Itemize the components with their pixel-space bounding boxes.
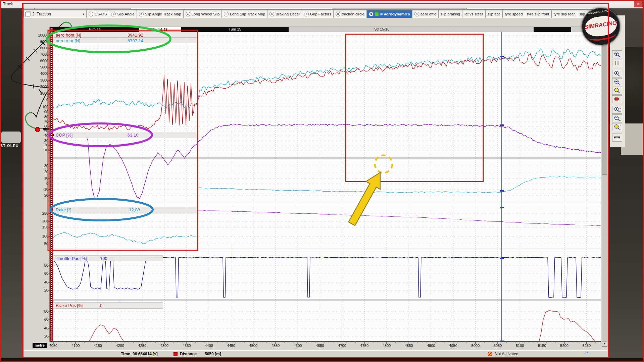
channel-name: Throttle Pos [%] [56, 256, 87, 261]
x-tick-label: 4550 [268, 344, 283, 348]
close-icon[interactable]: × [634, 1, 643, 7]
tab-traction-circle[interactable]: 8traction circle [334, 10, 367, 18]
distance-marker-icon [174, 352, 178, 356]
channel-name: Rake [°] [56, 207, 71, 212]
vertical-scrollbar[interactable]: ▲ ▼ [602, 24, 607, 347]
x-tick-label: 5250 [579, 344, 594, 348]
y-tick-mid: -20 [32, 193, 48, 197]
zoom-cursor-region-icon[interactable] [612, 95, 622, 103]
tab-lat-vs-steer[interactable]: lat vs steer [462, 10, 486, 18]
tab-label: traction circle [342, 12, 364, 16]
tab-tyre-speed[interactable]: tyre speed [503, 10, 525, 18]
tab-label: Grip Factors [310, 12, 331, 16]
legend-cop[interactable]: COP [%] 63,10 [50, 132, 197, 138]
zoom-window-icon[interactable] [612, 50, 622, 58]
measure-icon[interactable] [612, 59, 622, 67]
tab-slip-acc[interactable]: slip acc [486, 10, 503, 18]
scale-ruler-icon[interactable] [612, 134, 622, 142]
tab-aero-effic[interactable]: 0aero effic [412, 10, 439, 18]
y-tick-mid: 30 [32, 164, 48, 168]
y-tick-cop: 40 [32, 134, 48, 138]
tab-color-swatch [375, 12, 379, 16]
x-tick-label: 4300 [157, 344, 172, 348]
y-tick-aero: 10000 [32, 33, 48, 37]
y-tick-aero: 6000 [32, 59, 48, 63]
legend-throttle[interactable]: Throttle Pos [%] 100 [50, 255, 163, 261]
tab-label: slip braking [441, 12, 460, 16]
x-tick-label: 4950 [446, 344, 461, 348]
tab-graph-icon: ≋ [380, 12, 383, 16]
channel-value: -12,88 [128, 207, 140, 212]
tab-number: 7 [304, 12, 309, 16]
track-section-bar[interactable]: Turn 14Str 14-15Turn 15Str 15-16 [50, 27, 601, 32]
track-section-turn-14[interactable]: Turn 14 [50, 27, 139, 32]
zoom-out-horizontal-icon[interactable] [612, 78, 622, 86]
tab-long-slip-track-map[interactable]: 5Long Slip Track Map [222, 10, 267, 18]
x-axis-unit: metre [33, 343, 47, 348]
x-tick-label: 4900 [423, 344, 439, 348]
zoom-in-horizontal-icon[interactable] [612, 70, 622, 78]
y-tick-cop: 10 [32, 148, 48, 152]
track-section[interactable] [534, 27, 571, 32]
x-tick-label: 4100 [68, 344, 83, 348]
legend-aero-front[interactable]: aero front [N] 3941,92 [50, 32, 197, 38]
tab-label: slip acc [488, 12, 500, 16]
y-tick-cop: 20 [32, 143, 48, 147]
y-tick-rake: 100 [32, 234, 48, 238]
zoom-in-vertical-icon[interactable] [612, 106, 622, 114]
distance-value: 5059 [m] [205, 352, 221, 356]
tab-label: Braking Decel [276, 12, 300, 16]
track-map-window[interactable]: Track × Sebring [0, 0, 137, 147]
track-section-turn-15[interactable]: Turn 15 [181, 27, 289, 32]
y-tick-cop: 70 [32, 119, 48, 123]
x-tick-label: 4600 [290, 344, 305, 348]
y-tick-aero: 5000 [32, 65, 48, 69]
tab-label: tyre slip front [527, 12, 549, 16]
section-tick [115, 123, 118, 127]
tab-aerodynamics[interactable]: 9≋aerodynamics [367, 10, 412, 18]
y-tick-aero: 4000 [32, 71, 48, 75]
zoom-full-horizontal-icon[interactable] [612, 87, 622, 95]
x-tick-label: 4700 [335, 344, 350, 348]
legend-aero-rear[interactable]: aero rear [N] 6797,14 [50, 38, 197, 43]
track-section-str-15-16[interactable]: Str 15-16 [289, 27, 534, 32]
y-tick-cop: 50 [32, 129, 48, 133]
legend-rake[interactable]: Rake [°] -12,88 [50, 207, 197, 213]
x-tick-label: 4050 [46, 344, 61, 348]
x-tick-label: 4850 [401, 344, 416, 348]
zoom-out-vertical-icon[interactable] [612, 114, 622, 122]
tab-tyre-slip-rear[interactable]: tyre slip rear [552, 10, 577, 18]
tab-slip-braking[interactable]: slip braking [439, 10, 462, 18]
x-tick-label: 4150 [90, 344, 105, 348]
x-tick-label: 4350 [179, 344, 194, 348]
track-green-sector [62, 22, 72, 27]
tab-label: aerodynamics [384, 12, 410, 16]
scroll-down-icon[interactable]: ▼ [602, 341, 607, 347]
y-tick-aero: 3000 [32, 78, 48, 82]
tab-grip-factors[interactable]: 7Grip Factors [302, 10, 334, 18]
tab-braking-decel[interactable]: 6Braking Decel [267, 10, 302, 18]
tab-slip-angle-track-map[interactable]: 3Slip Angle Track Map [137, 10, 184, 18]
y-tick-throttle: 60 [32, 271, 48, 275]
tab-list: 1US-OS2Slip Angle3Slip Angle Track Map4L… [87, 10, 587, 18]
channel-value: 0 [100, 303, 102, 308]
distance-label: Distance [180, 352, 197, 356]
y-tick-cop: 90 [32, 110, 48, 114]
y-tick-aero: 2000 [32, 85, 48, 89]
y-tick-mid: 20 [32, 170, 48, 174]
scrollbar-thumb[interactable] [602, 31, 607, 175]
section-tick [118, 100, 123, 101]
track-section-str-14-15[interactable]: Str 14-15 [139, 27, 181, 32]
tab-number: 6 [269, 12, 274, 16]
zoom-full-vertical-icon[interactable] [612, 123, 622, 131]
tab-long-wheel-slip[interactable]: 4Long Wheel Slip [184, 10, 222, 18]
y-tick-aero: -0 [32, 98, 48, 102]
tab-tyre-slip-front[interactable]: tyre slip front [525, 10, 552, 18]
channel-name: COP [%] [56, 133, 72, 138]
tab-label: tyre slip rear [554, 12, 575, 16]
channel-name: aero front [N] [56, 33, 81, 38]
legend-brake[interactable]: Brake Pos [%] 0 [50, 302, 163, 309]
y-tick-mid: 10 [32, 176, 48, 180]
reference-cursor[interactable] [50, 28, 53, 342]
y-tick-aero: 9000 [32, 40, 48, 44]
